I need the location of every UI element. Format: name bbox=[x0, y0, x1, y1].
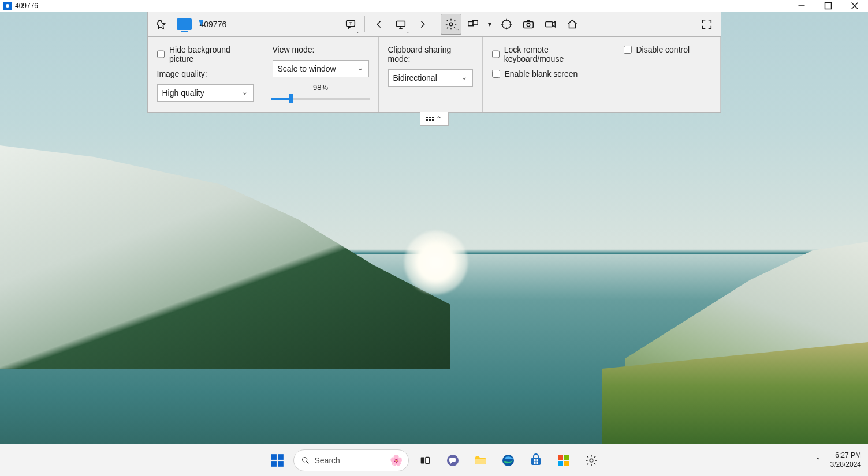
start-button[interactable] bbox=[266, 449, 289, 472]
lock-remote-checkbox[interactable]: Lock remote keyboard/mouse bbox=[492, 45, 605, 63]
system-tray: ⌃ 6:27 PM 3/28/2024 bbox=[811, 444, 861, 476]
search-icon bbox=[301, 456, 310, 465]
taskbar-time: 6:27 PM bbox=[835, 451, 861, 460]
svg-rect-28 bbox=[425, 457, 429, 463]
monitor-selector-button[interactable]: ⌄ bbox=[390, 14, 411, 35]
image-quality-value: High quality bbox=[162, 88, 204, 98]
taskbar-search[interactable]: Search 🌸 bbox=[293, 449, 409, 471]
svg-rect-24 bbox=[278, 461, 284, 467]
zoom-percent-label: 98% bbox=[313, 83, 328, 92]
disable-control-input[interactable] bbox=[624, 46, 632, 54]
taskbar-file-explorer-icon[interactable] bbox=[469, 449, 492, 472]
task-view-button[interactable] bbox=[413, 449, 437, 472]
enable-blank-label: Enable blank screen bbox=[505, 69, 578, 78]
lock-remote-label: Lock remote keyboard/mouse bbox=[504, 45, 605, 63]
toolbar-separator bbox=[364, 16, 365, 32]
lock-remote-input[interactable] bbox=[492, 50, 500, 58]
chat-button[interactable]: T ⌄ bbox=[340, 14, 361, 35]
window-close-button[interactable] bbox=[841, 0, 868, 12]
svg-rect-34 bbox=[536, 459, 538, 462]
svg-point-9 bbox=[449, 23, 453, 26]
image-quality-label: Image quality: bbox=[157, 69, 254, 78]
svg-rect-38 bbox=[564, 455, 569, 460]
zoom-slider-thumb[interactable] bbox=[289, 94, 293, 103]
windows-taskbar: Search 🌸 ⌃ bbox=[0, 444, 868, 476]
clipboard-select[interactable]: Bidirectional bbox=[388, 69, 473, 87]
screenshot-button[interactable] bbox=[518, 14, 539, 35]
actions-dropdown-button[interactable]: ▾ bbox=[485, 14, 495, 35]
taskbar-app-icon[interactable] bbox=[552, 449, 575, 472]
previous-monitor-button[interactable] bbox=[368, 14, 389, 35]
svg-rect-35 bbox=[534, 462, 536, 464]
settings-col-view: View mode: Scale to window 98% bbox=[263, 37, 379, 112]
tray-overflow-button[interactable]: ⌃ bbox=[811, 456, 825, 464]
svg-rect-1 bbox=[825, 3, 832, 9]
hide-background-input[interactable] bbox=[157, 50, 165, 58]
taskbar-store-icon[interactable] bbox=[524, 449, 547, 472]
taskbar-search-placeholder: Search bbox=[315, 456, 340, 465]
svg-rect-37 bbox=[558, 455, 563, 460]
app-icon bbox=[3, 2, 12, 10]
enable-blank-input[interactable] bbox=[492, 70, 500, 78]
taskbar-clock[interactable]: 6:27 PM 3/28/2024 bbox=[830, 451, 861, 469]
svg-rect-36 bbox=[536, 462, 538, 464]
multi-window-button[interactable] bbox=[463, 14, 483, 35]
disable-control-checkbox[interactable]: Disable control bbox=[624, 45, 711, 54]
svg-rect-33 bbox=[534, 459, 536, 462]
settings-col-display1: Hide background picture Image quality: H… bbox=[148, 37, 263, 112]
zoom-slider[interactable] bbox=[271, 98, 370, 100]
taskbar-chat-icon[interactable] bbox=[441, 449, 464, 472]
chevron-up-icon: ⌃ bbox=[815, 456, 821, 464]
pin-toolbar-button[interactable] bbox=[151, 14, 172, 35]
fullscreen-button[interactable] bbox=[696, 14, 717, 35]
grip-icon bbox=[426, 117, 434, 121]
taskbar-settings-icon[interactable] bbox=[580, 449, 603, 472]
session-toolbar: 409776 T ⌄ ⌄ ⌃ bbox=[147, 12, 721, 37]
svg-rect-30 bbox=[475, 459, 486, 464]
hide-background-label: Hide background picture bbox=[169, 45, 254, 63]
image-quality-select[interactable]: High quality bbox=[157, 84, 254, 102]
caret-down-icon: ▾ bbox=[488, 20, 491, 28]
svg-line-26 bbox=[307, 462, 308, 463]
session-indicator[interactable] bbox=[173, 15, 195, 33]
record-button[interactable] bbox=[540, 14, 561, 35]
svg-point-41 bbox=[590, 459, 593, 462]
enable-blank-checkbox[interactable]: Enable blank screen bbox=[492, 69, 605, 78]
svg-rect-23 bbox=[271, 461, 277, 467]
svg-rect-19 bbox=[546, 21, 553, 27]
settings-col-input: Lock remote keyboard/mouse Enable blank … bbox=[483, 37, 614, 112]
svg-rect-40 bbox=[564, 461, 569, 466]
home-button[interactable] bbox=[562, 14, 583, 35]
svg-rect-27 bbox=[420, 457, 424, 463]
chevron-down-icon: ⌄ bbox=[406, 29, 410, 34]
svg-rect-6 bbox=[397, 21, 405, 26]
next-monitor-button[interactable] bbox=[412, 14, 433, 35]
zoom-slider-fill bbox=[271, 98, 291, 100]
window-titlebar: 409776 bbox=[0, 0, 868, 12]
taskbar-center: Search 🌸 bbox=[266, 444, 603, 476]
hide-background-checkbox[interactable]: Hide background picture bbox=[157, 45, 254, 63]
wallpaper-sun bbox=[404, 231, 468, 294]
chevron-up-icon: ⌃ bbox=[456, 28, 460, 33]
svg-point-18 bbox=[527, 23, 530, 27]
svg-point-31 bbox=[502, 455, 514, 466]
toolbar-separator bbox=[437, 16, 437, 32]
chevron-up-icon: ⌃ bbox=[436, 115, 442, 123]
settings-button[interactable]: ⌃ bbox=[441, 14, 461, 35]
taskbar-edge-icon[interactable] bbox=[497, 449, 520, 472]
target-button[interactable] bbox=[496, 14, 517, 35]
window-minimize-button[interactable] bbox=[788, 0, 815, 12]
disable-control-label: Disable control bbox=[636, 45, 690, 54]
svg-rect-21 bbox=[271, 454, 277, 460]
view-mode-value: Scale to window bbox=[278, 64, 336, 73]
window-maximize-button[interactable] bbox=[815, 0, 841, 12]
monitor-icon bbox=[177, 18, 192, 30]
settings-panel: Hide background picture Image quality: H… bbox=[147, 37, 721, 113]
view-mode-select[interactable]: Scale to window bbox=[273, 60, 369, 77]
clipboard-value: Bidirectional bbox=[393, 73, 437, 83]
svg-text:T: T bbox=[349, 20, 352, 25]
collapse-panel-tab[interactable]: ⌃ bbox=[420, 112, 449, 126]
svg-rect-22 bbox=[278, 454, 284, 460]
window-title: 409776 bbox=[15, 2, 38, 10]
session-toolbar-container: 409776 T ⌄ ⌄ ⌃ bbox=[147, 12, 721, 113]
